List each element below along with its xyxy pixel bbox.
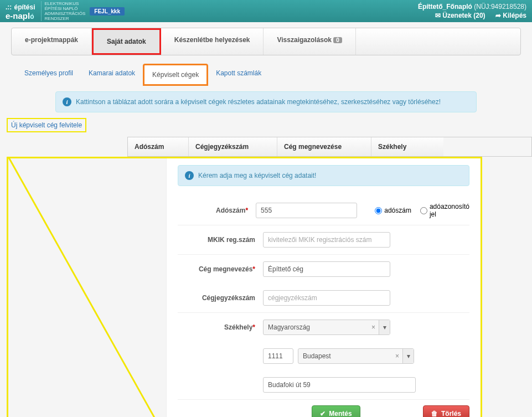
info-alert-form: i Kérem adja meg a képviselt cég adatait… (178, 165, 469, 186)
th-cegjegyzekszam[interactable]: Cégjegyzékszám (189, 137, 277, 156)
company-form: i Kérem adja meg a képviselt cég adatait… (166, 158, 481, 417)
clear-icon[interactable]: × (392, 352, 402, 360)
label-mkik: MKIK reg.szám (178, 236, 255, 244)
tab-visszaigazolasok[interactable]: Visszaigazolások 0 (264, 28, 355, 55)
messages-link[interactable]: ✉ Üzenetek (20) (435, 12, 485, 19)
subtab-kapott-szamlak[interactable]: Kapott számlák (208, 64, 269, 86)
clear-icon[interactable]: × (368, 323, 379, 331)
sub-tabs: Személyes profil Kamarai adatok Képvisel… (0, 55, 532, 86)
input-cegjegyzek[interactable] (263, 290, 390, 306)
tab-keszenletbe[interactable]: Készenlétbe helyezések (161, 28, 264, 55)
label-cegnev: Cég megnevezés* (178, 265, 255, 273)
chevron-down-icon[interactable]: ▾ (379, 320, 390, 334)
info-icon: i (63, 97, 71, 106)
input-street[interactable] (263, 377, 416, 393)
company-table-header: Adószám Cégjegyzékszám Cég megnevezése S… (127, 137, 532, 157)
mail-icon: ✉ (435, 12, 441, 19)
chevron-down-icon[interactable]: ▾ (402, 349, 414, 363)
th-adoszam[interactable]: Adószám (128, 137, 189, 156)
save-button[interactable]: ✔Mentés (312, 405, 360, 417)
th-cegnev[interactable]: Cég megnevezése (277, 137, 371, 156)
input-zip[interactable] (263, 348, 293, 364)
input-adoszam[interactable] (256, 203, 357, 218)
main-tabs: e-projektmappák Saját adatok Készenlétbe… (11, 28, 521, 55)
env-badge: FEJL_kkk (90, 7, 125, 16)
radio-adoazonosito[interactable]: adóazonosító jel (420, 203, 469, 218)
count-badge: 0 (333, 37, 342, 43)
subtab-kepviselt-cegek[interactable]: Képviselt cégek (143, 64, 208, 86)
select-country[interactable]: Magyarország × ▾ (263, 320, 390, 335)
label-szekhely: Székhely* (178, 323, 255, 331)
select-city[interactable]: Budapest × ▾ (298, 348, 414, 364)
delete-button[interactable]: 🗑Törlés (423, 405, 469, 417)
subtab-szemelyes[interactable]: Személyes profil (17, 64, 81, 86)
info-alert-table-hint: i Kattintson a táblázat adott sorára a k… (55, 91, 477, 112)
brand-subtitle: ELEKTRONIKUS ÉPÍTÉSI NAPLÓ ADMINISZTRÁCI… (41, 1, 86, 21)
check-icon: ✔ (320, 410, 326, 417)
logout-link[interactable]: ➦ Kilépés (495, 12, 526, 19)
label-cegjegyzek: Cégjegyzékszám (178, 294, 255, 302)
tab-sajat-adatok[interactable]: Saját adatok (92, 28, 161, 55)
input-mkik[interactable] (263, 232, 390, 248)
user-name: Építtető_Főnapló (418, 3, 472, 11)
label-adoszam: Adószám* (178, 207, 248, 214)
input-cegnev[interactable] (263, 261, 390, 277)
user-nuj: (NÜJ:949218528) (474, 3, 526, 11)
tab-eprojektmappak[interactable]: e-projektmappák (12, 28, 92, 55)
info-icon: i (185, 171, 194, 180)
brand-logo: .:: építési e-napló ELEKTRONIKUS ÉPÍTÉSI… (6, 1, 85, 21)
trash-icon: 🗑 (431, 410, 438, 417)
new-company-link[interactable]: Új képviselt cég felvitele (7, 118, 86, 132)
subtab-kamarai[interactable]: Kamarai adatok (81, 64, 143, 86)
th-szekhely[interactable]: Székhely (371, 137, 443, 156)
radio-adoszam[interactable]: adószám (375, 207, 411, 214)
top-header: .:: építési e-napló ELEKTRONIKUS ÉPÍTÉSI… (0, 0, 532, 22)
share-icon: ➦ (495, 12, 501, 19)
form-highlight-box: i Kérem adja meg a képviselt cég adatait… (7, 157, 482, 417)
